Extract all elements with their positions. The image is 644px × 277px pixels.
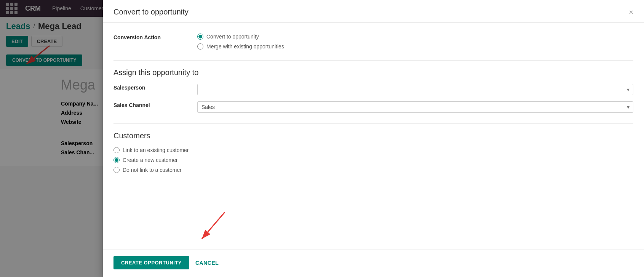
sales-channel-row: Sales Channel Sales Marketing Support ▾ [113, 101, 633, 113]
customer-option-3[interactable]: Do not link to a customer [113, 167, 633, 173]
section-divider-1 [113, 60, 633, 61]
sales-channel-select-wrapper: Sales Marketing Support ▾ [197, 101, 633, 113]
salesperson-control: ▾ [197, 84, 633, 95]
customers-section: Customers Link to an existing customer C… [113, 131, 633, 173]
sales-channel-select[interactable]: Sales Marketing Support [197, 101, 633, 113]
customer-option-1[interactable]: Link to an existing customer [113, 147, 633, 153]
modal-footer: CREATE OPPORTUNITY CANCEL [103, 250, 644, 277]
section-divider-2 [113, 123, 633, 124]
sales-channel-control: Sales Marketing Support ▾ [197, 101, 633, 113]
conversion-radio-1[interactable] [197, 34, 203, 40]
customers-section-heading: Customers [113, 131, 633, 140]
conversion-option-2-label: Merge with existing opportunities [206, 43, 284, 50]
modal-title: Convert to opportunity [113, 8, 189, 16]
conversion-action-control: Convert to opportunity Merge with existi… [197, 34, 633, 50]
customer-option-2-label: Create a new customer [123, 157, 178, 163]
customers-radio-group: Link to an existing customer Create a ne… [113, 147, 633, 173]
modal-body: Conversion Action Convert to opportunity… [103, 23, 644, 250]
modal-header: Convert to opportunity × [103, 0, 644, 23]
conversion-action-section: Conversion Action Convert to opportunity… [113, 34, 633, 50]
conversion-action-row: Conversion Action Convert to opportunity… [113, 34, 633, 50]
sales-channel-label: Sales Channel [113, 101, 197, 108]
cancel-button[interactable]: CANCEL [195, 260, 219, 266]
conversion-option-2[interactable]: Merge with existing opportunities [197, 43, 633, 50]
conversion-option-1[interactable]: Convert to opportunity [197, 34, 633, 40]
conversion-radio-2[interactable] [197, 43, 203, 50]
assign-section-heading: Assign this opportunity to [113, 68, 633, 77]
salesperson-select-wrapper: ▾ [197, 84, 633, 95]
customer-radio-3[interactable] [113, 167, 120, 173]
customer-option-1-label: Link to an existing customer [123, 147, 189, 153]
create-opportunity-button[interactable]: CREATE OPPORTUNITY [113, 256, 189, 269]
conversion-action-label: Conversion Action [113, 34, 197, 40]
customer-option-3-label: Do not link to a customer [123, 167, 182, 173]
salesperson-row: Salesperson ▾ [113, 84, 633, 95]
customer-radio-1[interactable] [113, 147, 120, 153]
salesperson-select[interactable] [197, 84, 633, 95]
conversion-option-1-label: Convert to opportunity [206, 34, 259, 40]
assign-section: Assign this opportunity to Salesperson ▾… [113, 68, 633, 113]
conversion-action-radio-group: Convert to opportunity Merge with existi… [197, 34, 633, 50]
customer-option-2[interactable]: Create a new customer [113, 157, 633, 163]
salesperson-label: Salesperson [113, 84, 197, 91]
modal-close-button[interactable]: × [629, 8, 633, 16]
convert-opportunity-modal: Convert to opportunity × Conversion Acti… [103, 0, 644, 277]
customer-radio-2[interactable] [113, 157, 120, 163]
